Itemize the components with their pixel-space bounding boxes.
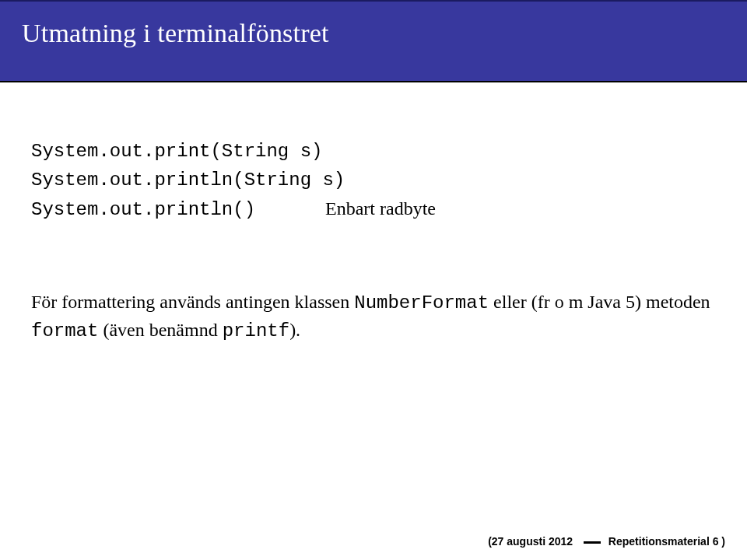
code-line: System.out.println() Enbart radbyte xyxy=(31,194,716,224)
text: eller (fr o m Java 5) metoden xyxy=(489,292,710,312)
code-line: System.out.print(String s) xyxy=(31,137,716,166)
footer-date: (27 augusti 2012 xyxy=(488,535,573,548)
header-band: Utmatning i terminalfönstret xyxy=(0,0,747,81)
footer-page: Repetitionsmaterial 6 ) xyxy=(608,535,725,548)
inline-code: format xyxy=(31,320,98,341)
code-line: System.out.println(String s) xyxy=(31,166,716,194)
body-content: System.out.print(String s) System.out.pr… xyxy=(0,81,747,345)
text: ). xyxy=(289,320,300,340)
footer-dash-icon xyxy=(584,541,601,544)
paragraph: För formattering används antingen klasse… xyxy=(31,289,716,346)
code-text: System.out.print(String s) xyxy=(31,137,322,166)
code-text: System.out.println() xyxy=(31,195,255,224)
top-rule xyxy=(0,0,747,2)
text: För formattering används antingen klasse… xyxy=(31,292,354,312)
code-text: System.out.println(String s) xyxy=(31,166,345,194)
slide: Utmatning i terminalfönstret System.out.… xyxy=(0,0,747,560)
header-rule xyxy=(0,81,747,82)
text: (även benämnd xyxy=(98,320,222,340)
inline-code: printf xyxy=(223,320,289,341)
inline-code: NumberFormat xyxy=(354,292,489,313)
code-note: Enbart radbyte xyxy=(325,194,436,223)
footer: (27 augusti 2012 Repetitionsmaterial 6 ) xyxy=(488,535,725,548)
slide-title: Utmatning i terminalfönstret xyxy=(22,19,725,48)
code-block: System.out.print(String s) System.out.pr… xyxy=(31,137,716,225)
